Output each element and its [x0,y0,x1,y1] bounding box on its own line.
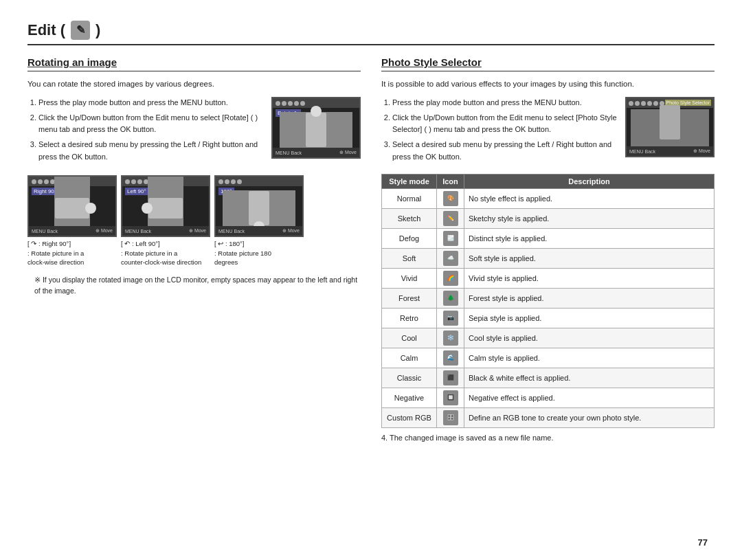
style-desc-cell: Cool style is applied. [464,328,715,348]
style-mode-cell: Custom RGB [382,408,437,428]
style-icon-cell: 🌲 [437,289,464,309]
photo-style-heading: Photo Style Selector [381,56,715,71]
edit-paren-close: ) [95,21,100,39]
left90-caption: [ ↶ : Left 90°] : Rotate picture in a co… [121,239,210,267]
right-steps: Press the play mode button and press the… [381,97,618,163]
style-icon-cell: ✏️ [437,209,464,229]
style-desc-cell: Define an RGB tone to create your own ph… [464,408,715,428]
style-desc-cell: No style effect is applied. [464,189,715,209]
table-row: Classic⬛Black & white effect is applied. [382,368,715,388]
style-icon: ❄️ [443,331,458,346]
table-row: Sketch✏️Sketchy style is applied. [382,209,715,229]
style-desc-cell: Negative effect is applied. [464,388,715,408]
style-mode-cell: Cool [382,328,437,348]
style-icon-cell: 📷 [437,309,464,328]
style-desc-cell: Forest style is applied. [464,289,715,309]
style-mode-cell: Calm [382,348,437,368]
top-camera-screen: Estate ▶ MENU Back ⊕ Move [271,97,361,168]
style-icon-cell: 🌫️ [437,229,464,249]
style-desc-cell: Sketchy style is applied. [464,209,715,229]
style-icon-cell: 🎛️ [437,408,464,428]
table-row: Vivid🌈Vivid style is applied. [382,269,715,289]
style-icon: ⬛ [443,370,458,385]
edit-icon: ✎ [71,21,90,40]
style-desc-cell: Soft style is applied. [464,249,715,269]
edit-label: Edit ( [27,21,65,39]
style-icon: 🎛️ [443,410,458,425]
style-desc-cell: Vivid style is applied. [464,269,715,289]
rotation-images: Right 90° MENU Back ⊕ Move [ ↷ : Right 9… [27,175,361,267]
page-number: 77 [698,537,708,548]
style-icon: 🌊 [443,350,458,366]
style-mode-cell: Retro [382,309,437,328]
right-column: Photo Style Selector It is possible to a… [381,56,715,546]
style-icon: 🌲 [443,291,458,306]
table-row: Forest🌲Forest style is applied. [382,289,715,309]
left-step-2: Click the Up/Down button from the Edit m… [38,112,265,136]
style-table: Style mode Icon Description Normal🎨No st… [381,174,715,428]
col-header-desc: Description [464,175,715,189]
style-icon: ☁️ [443,251,458,266]
style-icon-cell: ☁️ [437,249,464,269]
table-row: Negative🔲Negative effect is applied. [382,388,715,408]
style-desc-cell: Calm style is applied. [464,348,715,368]
right-step-3: Select a desired sub menu by pressing th… [392,139,618,163]
style-icon-cell: 🎨 [437,189,464,209]
page-title: Edit ( ✎ ) [27,21,715,45]
style-desc-cell: Black & white effect is applied. [464,368,715,388]
right-step-1: Press the play mode button and press the… [392,97,618,109]
style-icon: 🌫️ [443,231,458,246]
right-intro: It is possible to add various effects to… [381,78,715,90]
style-icon: 🌈 [443,271,458,286]
style-mode-cell: Forest [382,289,437,309]
180-block: 180° MENU Back ⊕ Move [ ↩ : 180°] : Rota… [214,175,304,267]
table-row: Defog🌫️Distinct style is applied. [382,229,715,249]
footer-note: 4. The changed image is saved as a new f… [381,434,715,442]
style-mode-cell: Negative [382,388,437,408]
style-mode-cell: Sketch [382,209,437,229]
style-icon: ✏️ [443,211,458,226]
style-icon-cell: 🔲 [437,388,464,408]
right-step-2: Click the Up/Down button from the Edit m… [392,112,618,136]
left-step-3: Select a desired sub menu by pressing th… [38,139,265,163]
rotating-heading: Rotating an image [27,56,361,71]
style-mode-cell: Classic [382,368,437,388]
table-row: Custom RGB🎛️Define an RGB tone to create… [382,408,715,428]
style-icon: 🎨 [443,191,458,206]
style-icon: 📷 [443,311,458,326]
left-intro: You can rotate the stored images by vari… [27,78,361,90]
style-desc-cell: Distinct style is applied. [464,229,715,249]
table-row: Calm🌊Calm style is applied. [382,348,715,368]
left-step-1: Press the play mode button and press the… [38,97,265,109]
style-mode-cell: Soft [382,249,437,269]
left90-block: Left 90° MENU Back ⊕ Move [ ↶ : Left 90°… [121,175,210,267]
right-camera-screen: Photo Style Selector MENU Back ⊕ Move [625,97,715,166]
style-icon-cell: 🌈 [437,269,464,289]
left-steps: Press the play mode button and press the… [27,97,265,163]
table-row: Normal🎨No style effect is applied. [382,189,715,209]
table-row: Retro📷Sepia style is applied. [382,309,715,328]
style-mode-cell: Vivid [382,269,437,289]
table-row: Soft☁️Soft style is applied. [382,249,715,269]
style-desc-cell: Sepia style is applied. [464,309,715,328]
table-row: Cool❄️Cool style is applied. [382,328,715,348]
180-caption: [ ↩ : 180°] : Rotate picture 180 degrees [214,239,304,267]
col-header-mode: Style mode [382,175,437,189]
right90-caption: [ ↷ : Right 90°] : Rotate picture in a c… [27,239,117,267]
style-icon-cell: ❄️ [437,328,464,348]
notice-text: If you display the rotated image on the … [27,275,361,297]
col-header-icon: Icon [437,175,464,189]
style-icon-cell: 🌊 [437,348,464,368]
style-icon-cell: ⬛ [437,368,464,388]
style-mode-cell: Normal [382,189,437,209]
style-icon: 🔲 [443,390,458,405]
style-mode-cell: Defog [382,229,437,249]
left-column: Rotating an image You can rotate the sto… [27,56,361,546]
right90-block: Right 90° MENU Back ⊕ Move [ ↷ : Right 9… [27,175,117,267]
